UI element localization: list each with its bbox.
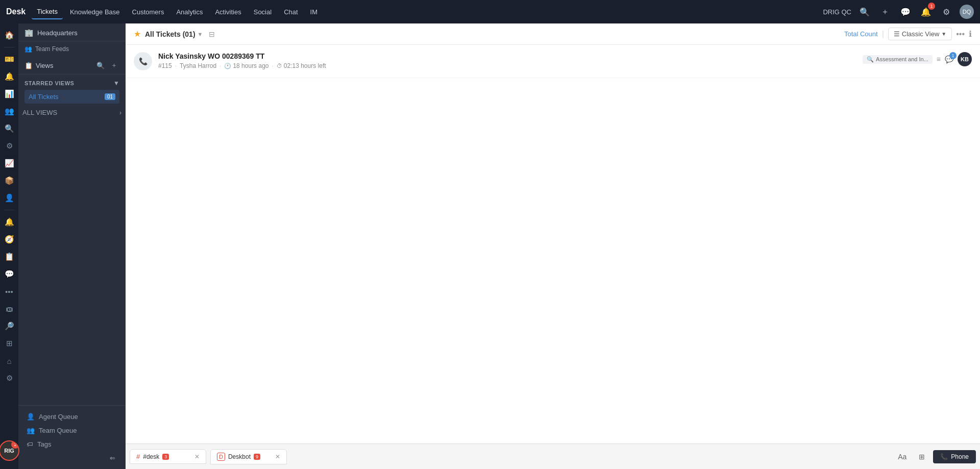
icon-compass[interactable]: 🧭 xyxy=(2,232,17,247)
views-actions: 🔍 ＋ xyxy=(94,60,119,71)
filter-button[interactable]: ⊟ xyxy=(207,28,217,40)
nav-item-analytics[interactable]: Analytics xyxy=(171,5,208,19)
meta-dot-2: · xyxy=(219,62,221,69)
divider-1 xyxy=(4,47,14,47)
nav-item-knowledge-base[interactable]: Knowledge Base xyxy=(65,5,125,19)
table-row[interactable]: 📞 Nick Yasinsky WO 00289369 TT #115 · Ty… xyxy=(126,45,980,78)
phone-button[interactable]: 📞 Phone xyxy=(933,450,976,463)
bottom-tab-desk[interactable]: # #desk 3 ✕ xyxy=(130,449,206,464)
sidebar-item-all-tickets[interactable]: All Tickets 01 xyxy=(24,90,119,104)
icon-home[interactable]: 🏠 xyxy=(2,28,17,43)
timer-icon: ⏱ xyxy=(277,63,282,69)
ticket-id: #115 xyxy=(158,62,172,69)
starred-header[interactable]: STARRED VIEWS ▼ xyxy=(24,77,119,90)
info-button[interactable]: ℹ xyxy=(969,29,972,39)
star-button[interactable]: ★ xyxy=(134,29,141,39)
team-feeds-section[interactable]: 👥 Team Feeds xyxy=(18,41,126,57)
views-header: 📋 Views 🔍 ＋ xyxy=(18,57,126,75)
font-size-button[interactable]: Aa xyxy=(894,451,911,463)
headquarters-header[interactable]: 🏢 Headquarters xyxy=(18,23,126,41)
tags-item[interactable]: 🏷 Tags xyxy=(24,437,119,451)
search-views-button[interactable]: 🔍 xyxy=(94,60,107,71)
avatar[interactable]: DQ xyxy=(960,5,974,19)
icon-integrations[interactable]: ⚙ xyxy=(2,138,17,154)
nav-right-section: DRIG QC 🔍 ＋ 💬 🔔 1 ⚙ DQ xyxy=(823,5,974,19)
icon-grid[interactable]: ⊞ xyxy=(2,336,17,351)
add-view-button[interactable]: ＋ xyxy=(109,60,119,71)
deskbot-tab-close[interactable]: ✕ xyxy=(275,453,280,460)
chat-button[interactable]: 💬 xyxy=(898,5,913,19)
view-title[interactable]: All Tickets (01) ▼ xyxy=(145,30,203,38)
icon-search-circle[interactable]: 🔍 xyxy=(2,121,17,136)
ticket-avatar: 📞 xyxy=(134,52,152,70)
agent-queue-icon: 👤 xyxy=(27,413,35,421)
search-button[interactable]: 🔍 xyxy=(857,5,872,19)
starred-label: STARRED VIEWS xyxy=(24,80,74,86)
team-queue-label: Team Queue xyxy=(39,427,77,434)
total-count-button[interactable]: Total Count xyxy=(844,30,878,38)
icon-contacts[interactable]: 👥 xyxy=(2,104,17,119)
headquarters-icon: 🏢 xyxy=(24,29,33,37)
icon-reports[interactable]: 📊 xyxy=(2,86,17,102)
team-feeds-icon: 👥 xyxy=(24,45,32,53)
ticket-meta: #115 · Tysha Harrod · 🕐 18 hours ago · ⏱… xyxy=(158,62,856,69)
grid-view-button[interactable]: ⊞ xyxy=(915,451,929,463)
content-area: ★ All Tickets (01) ▼ ⊟ Total Count | ☰ C… xyxy=(126,23,980,469)
add-button[interactable]: ＋ xyxy=(878,5,892,19)
all-views-item[interactable]: ALL VIEWS › xyxy=(18,106,126,119)
icon-sidebar: 🏠 🎫 🔔 📊 👥 🔍 ⚙ 📈 📦 👤 🔔 🧭 📋 💬 ••• 🎟 🔎 ⊞ ⌂ … xyxy=(0,23,18,469)
notification-button[interactable]: 🔔 1 xyxy=(919,5,933,19)
icon-tickets[interactable]: 🎫 xyxy=(2,52,17,67)
icon-document[interactable]: 📋 xyxy=(2,249,17,264)
notification-badge: 1 xyxy=(928,3,935,10)
classic-view-button[interactable]: ☰ Classic View ▼ xyxy=(888,28,952,40)
deskbot-tab-icon: D xyxy=(217,453,225,461)
icon-search2[interactable]: 🔎 xyxy=(2,318,17,334)
ticket-chat-button[interactable]: 💬 1 xyxy=(945,55,953,63)
divider-2 xyxy=(4,210,14,210)
ticket-kb-button[interactable]: KB xyxy=(958,52,972,66)
unread-chats-avatar[interactable]: RIG 2 xyxy=(0,440,19,461)
ticket-list-icon: ≡ xyxy=(937,55,941,63)
team-queue-item[interactable]: 👥 Team Queue xyxy=(24,424,119,437)
ticket-label[interactable]: 🔍 Assessment and In... xyxy=(863,55,933,64)
icon-more[interactable]: ••• xyxy=(2,284,17,299)
agent-queue-item[interactable]: 👤 Agent Queue xyxy=(24,410,119,424)
view-title-text: All Tickets (01) xyxy=(145,30,195,38)
icon-people[interactable]: 👤 xyxy=(2,190,17,206)
agent-queue-label: Agent Queue xyxy=(39,413,78,421)
nav-item-chat[interactable]: Chat xyxy=(279,5,303,19)
icon-alerts[interactable]: 🔔 xyxy=(2,69,17,84)
icon-bell-alert[interactable]: 🔔 xyxy=(2,214,17,230)
phone-icon: 📞 xyxy=(940,453,948,460)
ticket-right: 🔍 Assessment and In... ≡ 💬 1 KB xyxy=(863,52,972,66)
icon-settings2[interactable]: ⚙ xyxy=(2,371,17,386)
icon-box[interactable]: 📦 xyxy=(2,173,17,188)
more-options-button[interactable]: ••• xyxy=(956,30,965,39)
classic-view-arrow: ▼ xyxy=(941,31,946,37)
nav-user-name[interactable]: DRIG QC xyxy=(823,8,851,16)
nav-item-activities[interactable]: Activities xyxy=(210,5,246,19)
bottom-tab-deskbot[interactable]: D Deskbot 9 ✕ xyxy=(210,449,287,464)
unread-count-badge: 2 xyxy=(11,440,19,449)
all-tickets-label: All Tickets xyxy=(29,93,59,101)
starred-collapse-icon: ▼ xyxy=(113,80,119,87)
icon-chart[interactable]: 📈 xyxy=(2,156,17,171)
team-queue-icon: 👥 xyxy=(27,427,35,434)
main-layout: 🏠 🎫 🔔 📊 👥 🔍 ⚙ 📈 📦 👤 🔔 🧭 📋 💬 ••• 🎟 🔎 ⊞ ⌂ … xyxy=(0,23,980,469)
nav-item-im[interactable]: IM xyxy=(305,5,323,19)
icon-ticket2[interactable]: 🎟 xyxy=(2,301,17,316)
ticket-agent: Tysha Harrod xyxy=(180,62,216,69)
settings-button[interactable]: ⚙ xyxy=(939,5,953,19)
nav-item-tickets[interactable]: Tickets xyxy=(32,5,63,19)
desk-tab-close[interactable]: ✕ xyxy=(194,453,200,460)
icon-message-badge[interactable]: 💬 xyxy=(2,266,17,282)
nav-item-customers[interactable]: Customers xyxy=(127,5,169,19)
collapse-sidebar-button[interactable]: ⇐ xyxy=(110,454,115,462)
view-dropdown-icon: ▼ xyxy=(198,31,203,37)
nav-item-social[interactable]: Social xyxy=(249,5,277,19)
font-size-icon: Aa xyxy=(898,453,906,461)
icon-home2[interactable]: ⌂ xyxy=(2,353,17,368)
toolbar-right: Total Count | ☰ Classic View ▼ ••• ℹ xyxy=(844,28,972,40)
all-tickets-badge: 01 xyxy=(105,93,115,100)
